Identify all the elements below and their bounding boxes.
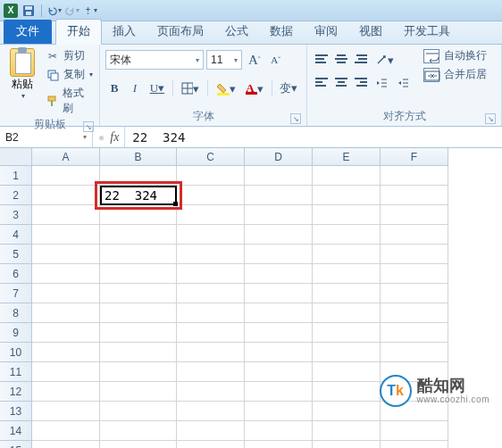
cell[interactable] [177, 225, 245, 245]
tab-view[interactable]: 视图 [348, 20, 393, 44]
cell[interactable] [245, 362, 313, 382]
cell[interactable] [177, 323, 245, 343]
clipboard-launcher-icon[interactable]: ↘ [83, 121, 94, 132]
cell[interactable] [245, 382, 313, 402]
cut-button[interactable]: ✂ 剪切 [46, 48, 94, 63]
cell[interactable] [32, 166, 100, 186]
cell[interactable] [100, 402, 177, 421]
row-header[interactable]: 8 [0, 303, 32, 323]
fx-button[interactable]: fx [110, 130, 119, 145]
fill-color-button[interactable]: ▾ [213, 79, 239, 98]
cell[interactable] [100, 225, 177, 245]
cell[interactable] [381, 441, 448, 448]
underline-button[interactable]: U▾ [146, 79, 168, 98]
align-middle-button[interactable] [332, 50, 350, 68]
row-header[interactable]: 11 [0, 362, 32, 382]
cell[interactable] [32, 343, 100, 362]
cell[interactable] [245, 186, 313, 205]
format-painter-button[interactable]: 格式刷 [46, 86, 94, 116]
italic-button[interactable]: I [126, 79, 144, 98]
copy-dropdown-icon[interactable]: ▾ [89, 71, 93, 79]
column-header[interactable]: E [313, 148, 381, 166]
row-header[interactable]: 10 [0, 343, 32, 362]
row-header[interactable]: 5 [0, 245, 32, 264]
cell[interactable] [32, 402, 100, 421]
cell[interactable] [100, 382, 177, 402]
cell[interactable] [100, 205, 177, 225]
bold-button[interactable]: B [105, 79, 123, 98]
cell[interactable] [32, 303, 100, 323]
cell[interactable] [177, 382, 245, 402]
tab-page-layout[interactable]: 页面布局 [146, 20, 214, 44]
align-left-button[interactable] [313, 73, 330, 91]
cell[interactable] [32, 362, 100, 382]
cell[interactable] [32, 382, 100, 402]
cell[interactable] [177, 166, 245, 186]
row-header[interactable]: 9 [0, 323, 32, 343]
column-header[interactable]: D [245, 148, 313, 166]
cell[interactable] [100, 245, 177, 264]
row-header[interactable]: 6 [0, 264, 32, 284]
cell[interactable] [313, 186, 381, 205]
row-header[interactable]: 14 [0, 421, 32, 441]
cell[interactable] [177, 264, 245, 284]
cell[interactable] [381, 166, 448, 186]
cell[interactable] [313, 343, 381, 362]
cell[interactable] [100, 441, 177, 448]
phonetic-button[interactable]: 变▾ [277, 79, 301, 98]
align-center-button[interactable] [332, 73, 350, 91]
cell[interactable] [32, 186, 100, 205]
undo-dropdown-icon[interactable]: ▾ [58, 6, 62, 14]
tab-home[interactable]: 开始 [55, 19, 102, 45]
cell[interactable] [313, 382, 381, 402]
cell[interactable] [32, 323, 100, 343]
alignment-launcher-icon[interactable]: ↘ [485, 113, 496, 124]
column-header[interactable]: B [100, 148, 177, 166]
cell[interactable] [381, 264, 448, 284]
redo-icon[interactable]: ▾ [65, 4, 79, 18]
cell[interactable] [245, 166, 313, 186]
cell[interactable] [313, 323, 381, 343]
cell[interactable] [32, 441, 100, 448]
cell[interactable] [381, 186, 448, 205]
cell[interactable] [245, 284, 313, 303]
row-header[interactable]: 7 [0, 284, 32, 303]
column-header[interactable]: F [381, 148, 448, 166]
align-top-button[interactable] [313, 50, 330, 68]
save-icon[interactable] [21, 4, 36, 18]
cell[interactable] [313, 421, 381, 441]
cell[interactable] [100, 284, 177, 303]
redo-dropdown-icon[interactable]: ▾ [76, 6, 79, 14]
qat-dropdown-icon[interactable]: ▾ [94, 6, 97, 14]
cell[interactable] [32, 245, 100, 264]
border-button[interactable]: ▾ [178, 79, 203, 98]
select-all-corner[interactable] [0, 148, 32, 166]
formula-input[interactable] [125, 127, 502, 147]
font-name-select[interactable]: 宋体 ▾ [105, 50, 204, 70]
cell[interactable] [313, 264, 381, 284]
cell[interactable] [177, 205, 245, 225]
cell[interactable] [381, 343, 448, 362]
column-header[interactable]: C [177, 148, 245, 166]
cell[interactable] [245, 264, 313, 284]
cell[interactable] [313, 166, 381, 186]
tab-insert[interactable]: 插入 [102, 20, 146, 44]
cell[interactable] [313, 362, 381, 382]
cell[interactable] [313, 245, 381, 264]
cell[interactable] [32, 205, 100, 225]
tab-review[interactable]: 审阅 [304, 20, 348, 44]
cell[interactable] [245, 245, 313, 264]
cell[interactable] [32, 284, 100, 303]
undo-icon[interactable]: ▾ [47, 4, 62, 18]
row-header[interactable]: 12 [0, 382, 32, 402]
cell[interactable] [177, 441, 245, 448]
row-header[interactable]: 4 [0, 225, 32, 245]
cell[interactable] [245, 303, 313, 323]
cell[interactable] [381, 225, 448, 245]
row-header[interactable]: 1 [0, 166, 32, 186]
row-header[interactable]: 3 [0, 205, 32, 225]
cell[interactable] [313, 441, 381, 448]
grow-font-button[interactable]: Aˆ [245, 50, 264, 70]
cell[interactable] [381, 284, 448, 303]
cell[interactable] [245, 323, 313, 343]
